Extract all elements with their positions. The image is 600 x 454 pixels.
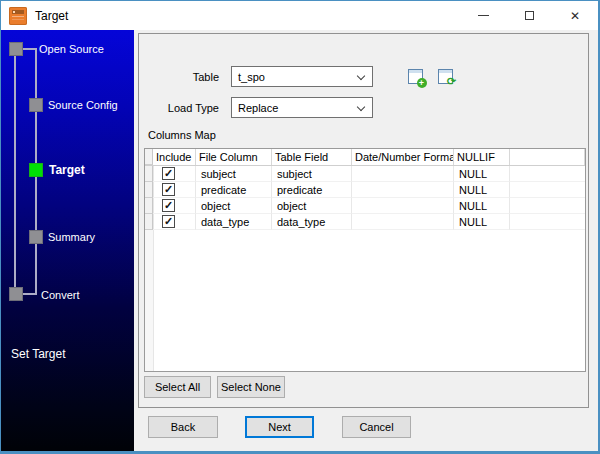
chevron-down-icon xyxy=(357,72,365,80)
app-icon xyxy=(9,7,27,25)
refresh-tables-icon: ⟳ xyxy=(438,69,453,84)
new-table-button[interactable]: + xyxy=(404,65,426,87)
minimize-icon xyxy=(478,15,489,16)
include-checkbox[interactable] xyxy=(162,167,175,180)
close-icon: ✕ xyxy=(570,10,580,22)
include-cell xyxy=(153,166,196,182)
target-dialog: Target ✕ Open Source Source Conf xyxy=(0,0,600,454)
file-column-cell[interactable]: object xyxy=(196,198,272,214)
row-selector[interactable] xyxy=(145,182,153,198)
cancel-button[interactable]: Cancel xyxy=(342,416,411,438)
connector-line xyxy=(14,56,16,288)
nullif-cell[interactable]: NULL xyxy=(454,166,510,182)
table-row: subject subject NULL xyxy=(145,166,585,182)
col-header-nullif[interactable]: NULLIF xyxy=(454,149,510,165)
columns-map-label: Columns Map xyxy=(148,129,216,141)
col-header-filler xyxy=(510,149,585,165)
col-header-table-field[interactable]: Table Field xyxy=(272,149,352,165)
load-type-select[interactable]: Replace xyxy=(231,97,373,118)
sidebar-item-summary[interactable]: Summary xyxy=(48,231,95,243)
nullif-cell[interactable]: NULL xyxy=(454,182,510,198)
maximize-button[interactable] xyxy=(506,1,552,30)
include-cell xyxy=(153,214,196,230)
include-checkbox[interactable] xyxy=(162,183,175,196)
refresh-badge-icon: ⟳ xyxy=(446,77,458,89)
table-row: object object NULL xyxy=(145,198,585,214)
format-cell[interactable] xyxy=(352,182,454,198)
target-panel: Table t_spo Load Type Replace + xyxy=(138,33,589,408)
table-field-cell[interactable]: subject xyxy=(272,166,352,182)
table-field-cell[interactable]: predicate xyxy=(272,182,352,198)
load-type-label: Load Type xyxy=(139,102,219,114)
step-marker-source-config xyxy=(29,98,43,112)
sidebar-item-target[interactable]: Target xyxy=(49,163,85,177)
select-none-button[interactable]: Select None xyxy=(217,376,285,398)
minimize-button[interactable] xyxy=(460,1,506,30)
step-marker-target xyxy=(29,163,43,177)
include-checkbox[interactable] xyxy=(162,199,175,212)
nullif-cell[interactable]: NULL xyxy=(454,214,510,230)
nullif-cell[interactable]: NULL xyxy=(454,198,510,214)
maximize-icon xyxy=(525,11,534,20)
titlebar[interactable]: Target ✕ xyxy=(1,1,598,30)
include-cell xyxy=(153,182,196,198)
include-cell xyxy=(153,198,196,214)
select-all-button[interactable]: Select All xyxy=(144,376,211,398)
window-title: Target xyxy=(35,9,68,23)
col-header-file-column[interactable]: File Column xyxy=(196,149,272,165)
next-button[interactable]: Next xyxy=(245,416,314,438)
col-header-include[interactable]: Include xyxy=(153,149,196,165)
file-column-cell[interactable]: data_type xyxy=(196,214,272,230)
plus-badge-icon: + xyxy=(417,78,427,88)
step-marker-open-source xyxy=(9,42,23,56)
main-area: Table t_spo Load Type Replace + xyxy=(134,30,598,451)
step-marker-convert xyxy=(9,287,23,301)
table-field-cell[interactable]: object xyxy=(272,198,352,214)
row-selector[interactable] xyxy=(145,166,153,182)
wizard-sidebar: Open Source Source Config Target Summary… xyxy=(1,30,134,451)
connector-line xyxy=(23,293,37,295)
row-selector[interactable] xyxy=(145,214,153,230)
table-field-cell[interactable]: data_type xyxy=(272,214,352,230)
empty-cell xyxy=(510,214,585,230)
row-selector-header[interactable] xyxy=(145,149,153,165)
grid-header-row: Include File Column Table Field Date/Num… xyxy=(145,149,585,166)
window-controls: ✕ xyxy=(460,1,598,30)
include-checkbox[interactable] xyxy=(162,215,175,228)
chevron-down-icon xyxy=(357,103,365,111)
file-column-cell[interactable]: predicate xyxy=(196,182,272,198)
col-header-format[interactable]: Date/Number Format xyxy=(352,149,454,165)
empty-cell xyxy=(510,198,585,214)
load-type-select-value: Replace xyxy=(238,102,278,114)
empty-cell xyxy=(510,182,585,198)
table-select[interactable]: t_spo xyxy=(231,66,373,87)
table-row: predicate predicate NULL xyxy=(145,182,585,198)
table-row: data_type data_type NULL xyxy=(145,214,585,230)
file-column-cell[interactable]: subject xyxy=(196,166,272,182)
table-label: Table xyxy=(139,71,219,83)
sidebar-item-convert[interactable]: Convert xyxy=(41,289,80,301)
sidebar-status: Set Target xyxy=(11,347,65,361)
empty-cell xyxy=(510,166,585,182)
sidebar-item-source-config[interactable]: Source Config xyxy=(48,99,118,111)
new-table-icon: + xyxy=(408,69,423,84)
step-marker-summary xyxy=(29,230,43,244)
table-select-value: t_spo xyxy=(238,71,265,83)
row-selector[interactable] xyxy=(145,198,153,214)
format-cell[interactable] xyxy=(352,214,454,230)
format-cell[interactable] xyxy=(352,166,454,182)
refresh-tables-button[interactable]: ⟳ xyxy=(434,65,456,87)
close-button[interactable]: ✕ xyxy=(552,1,598,30)
sidebar-item-open-source[interactable]: Open Source xyxy=(39,43,104,55)
dialog-body: Open Source Source Config Target Summary… xyxy=(1,30,598,451)
format-cell[interactable] xyxy=(352,198,454,214)
back-button[interactable]: Back xyxy=(148,416,218,438)
columns-map-grid: Include File Column Table Field Date/Num… xyxy=(144,148,586,372)
